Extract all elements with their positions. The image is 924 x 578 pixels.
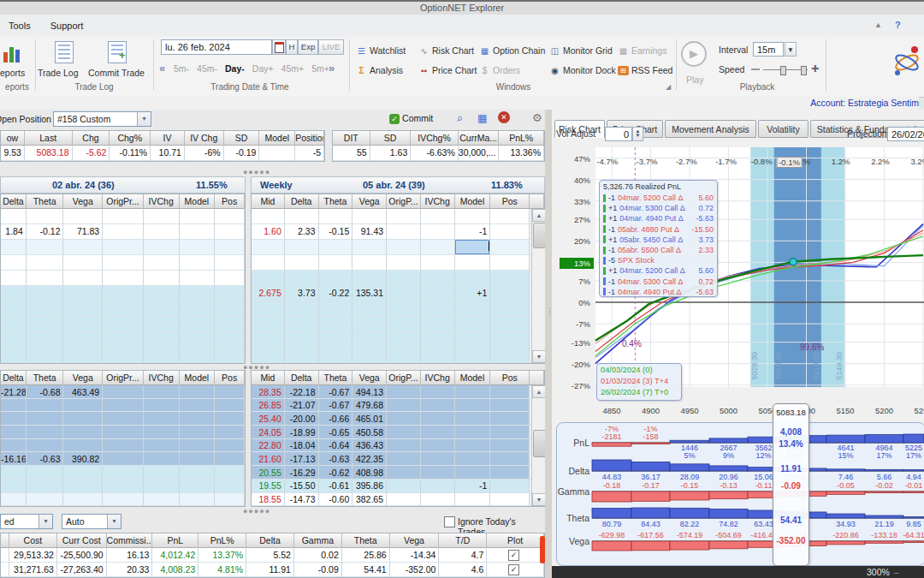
grid-cell[interactable]	[180, 224, 216, 240]
grid-cell[interactable]	[387, 271, 421, 286]
grid-cell[interactable]	[352, 271, 387, 286]
scroll-down-icon[interactable]: ▼	[532, 493, 546, 506]
grid-cell[interactable]	[387, 348, 421, 363]
trading-date-input[interactable]: lu. 26 feb. 2024	[161, 39, 272, 55]
grid-cell[interactable]	[215, 255, 245, 271]
grid-cell[interactable]	[63, 255, 103, 271]
grid-cell[interactable]	[1, 426, 27, 439]
grid-cell[interactable]	[27, 332, 64, 348]
zoom-icon[interactable]: ⌕	[457, 111, 463, 125]
grid-cell[interactable]	[319, 209, 353, 224]
grid-cell[interactable]: 408.98	[352, 466, 387, 480]
grid-cell[interactable]	[27, 271, 64, 286]
grid-cell[interactable]: 479.68	[352, 399, 387, 413]
grid-cell[interactable]	[63, 412, 103, 426]
grid-cell[interactable]	[103, 240, 144, 255]
grid-cell[interactable]	[144, 317, 180, 332]
grid-cell[interactable]	[180, 426, 216, 439]
grid-cell[interactable]	[27, 348, 64, 363]
grid-cell[interactable]	[387, 286, 421, 301]
grid-cell[interactable]: 13.37%	[198, 548, 246, 563]
scroll-down-icon[interactable]: ▼	[532, 350, 546, 363]
grid-cell[interactable]	[27, 286, 64, 301]
grid-cell[interactable]	[421, 332, 455, 348]
grid-cell[interactable]: +1	[455, 286, 491, 301]
risk-chart-button[interactable]: ∿Risk Chart	[418, 45, 474, 56]
speed-plus[interactable]: ✚	[811, 63, 819, 74]
grid-cell[interactable]	[1, 301, 27, 317]
grid-cell[interactable]: 13.36%	[499, 146, 544, 161]
grid-cell[interactable]	[421, 452, 455, 466]
grid-cell[interactable]: 395.86	[352, 480, 387, 493]
grid-cell[interactable]	[285, 271, 319, 286]
zoom-slider[interactable]: –	[894, 567, 899, 577]
grid-cell[interactable]: -14.73	[285, 493, 319, 507]
grid-cell[interactable]: -6%	[185, 146, 224, 161]
grid-cell[interactable]: 19.55	[252, 480, 285, 493]
grid-cell[interactable]	[490, 480, 530, 493]
grid-cell[interactable]: -0.61	[319, 480, 353, 493]
grid-cell[interactable]: 5.52	[246, 548, 294, 563]
grid-cell[interactable]	[455, 452, 491, 466]
grid-cell[interactable]	[27, 209, 64, 224]
grid-cell[interactable]	[215, 466, 245, 480]
grid-cell[interactable]	[103, 439, 144, 453]
grid-cell[interactable]	[144, 286, 180, 301]
grid-cell[interactable]	[103, 452, 144, 466]
grid-cell[interactable]: -17.13	[285, 452, 319, 466]
grid-cell[interactable]: -0.09	[294, 563, 342, 577]
grid-cell[interactable]	[103, 209, 144, 224]
grid-cell[interactable]	[490, 466, 530, 480]
grid-cell[interactable]	[215, 399, 245, 413]
grid-cell[interactable]	[455, 493, 491, 507]
grid-cell[interactable]	[180, 332, 216, 348]
grid-cell[interactable]	[215, 348, 245, 363]
tab-volatility[interactable]: Volatility	[758, 120, 808, 138]
grid-cell[interactable]	[144, 452, 180, 466]
grid-cell[interactable]	[387, 332, 421, 348]
grid-cell[interactable]	[455, 271, 491, 286]
grid-cell[interactable]	[285, 348, 319, 363]
grid-cell[interactable]	[455, 301, 491, 317]
grid-cell[interactable]	[63, 332, 103, 348]
earnings-button[interactable]: ▦Earnings	[618, 45, 666, 56]
grid-cell[interactable]: 30,000,...	[459, 146, 500, 161]
grid-cell[interactable]	[1, 548, 9, 563]
grid-cell[interactable]: -6.63%	[411, 146, 459, 161]
grid-cell[interactable]	[180, 466, 216, 480]
grid-cell[interactable]	[27, 493, 64, 507]
grid-cell[interactable]	[252, 301, 285, 317]
grid-cell[interactable]: 465.01	[352, 412, 387, 426]
grid-cell[interactable]	[215, 385, 245, 399]
interval-dropdown-icon[interactable]: ▾	[785, 42, 797, 57]
play-icon[interactable]: ▶	[681, 41, 707, 67]
grid-cell[interactable]	[352, 240, 387, 255]
grid-cell[interactable]	[1, 563, 9, 577]
grid-cell[interactable]	[180, 385, 216, 399]
grid-cell[interactable]: -20.00	[285, 412, 319, 426]
grid-cell[interactable]	[63, 240, 103, 255]
grid-cell[interactable]	[63, 271, 103, 286]
grid-cell[interactable]	[1, 240, 27, 255]
rss-feed-button[interactable]: ≋RSS Feed	[618, 65, 672, 75]
grid-cell[interactable]	[103, 399, 144, 413]
trade-log-button[interactable]: Trade Log	[38, 68, 78, 78]
grid-cell[interactable]	[387, 426, 421, 439]
grid-cell[interactable]	[215, 426, 245, 439]
option-chain-button[interactable]: ▦Option Chain	[479, 45, 545, 56]
grid-cell[interactable]	[180, 286, 216, 301]
grid-cell[interactable]	[180, 480, 216, 493]
grid-cell[interactable]: -25,500.90	[57, 548, 107, 563]
grid-cell[interactable]: -0.15	[319, 224, 353, 240]
grid-cell[interactable]	[259, 146, 295, 161]
grid-cell[interactable]: 22.80	[252, 439, 285, 453]
step-button-45m-[interactable]: 45m-	[197, 63, 217, 74]
price-chart-button[interactable]: ▪▪Price Chart	[418, 65, 477, 75]
interval-select[interactable]: 15m	[753, 42, 784, 57]
scroll-up-icon[interactable]: ▲	[532, 209, 546, 222]
grid-cell[interactable]: 382.65	[352, 493, 387, 507]
grid-cell[interactable]: 422.35	[352, 452, 387, 466]
grid-cell[interactable]: 4,012.42	[152, 548, 198, 563]
live-button[interactable]: LIVE	[318, 39, 344, 55]
grid-cell[interactable]	[421, 426, 455, 439]
